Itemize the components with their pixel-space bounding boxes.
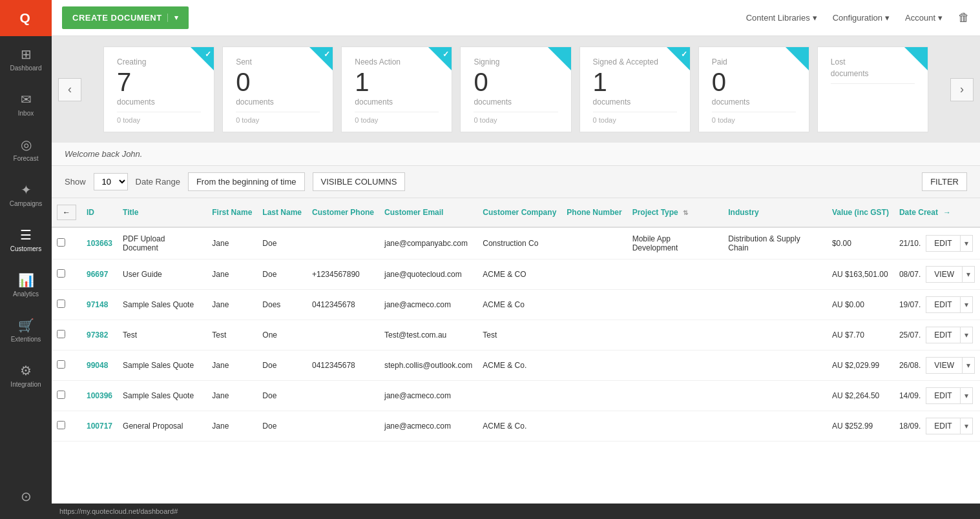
action-dropdown-0[interactable]: ▾ bbox=[961, 235, 973, 252]
cell-phone-5 bbox=[307, 381, 379, 411]
action-button-3[interactable]: EDIT bbox=[926, 327, 960, 343]
action-dropdown-2[interactable]: ▾ bbox=[961, 296, 973, 313]
sort-icon: ⇅ bbox=[683, 209, 688, 216]
cell-industry-5 bbox=[723, 381, 827, 411]
th-customer-email[interactable]: Customer Email bbox=[379, 198, 477, 227]
status-card-2[interactable]: ✓ Needs Action 1 documents 0 today bbox=[341, 46, 452, 132]
th-project-type[interactable]: Project Type ⇅ bbox=[627, 198, 724, 227]
card-today-4: 0 today bbox=[593, 112, 677, 124]
status-card-6[interactable]: Lost documents bbox=[817, 46, 928, 132]
back-button[interactable]: ← bbox=[57, 205, 76, 220]
row-checkbox-4[interactable] bbox=[52, 351, 81, 381]
cell-project-2 bbox=[627, 290, 724, 320]
row-checkbox-3[interactable] bbox=[52, 320, 81, 351]
cell-company-3: Test bbox=[477, 320, 561, 351]
card-label-3: Signing bbox=[474, 57, 558, 66]
cell-title-2: Sample Sales Quote bbox=[118, 290, 207, 320]
status-card-3[interactable]: Signing 0 documents 0 today bbox=[460, 46, 571, 132]
campaigns-icon: ✦ bbox=[21, 182, 32, 198]
action-dropdown-3[interactable]: ▾ bbox=[961, 327, 973, 343]
table-row: 99048 Sample Sales Quote Jane Doe 041234… bbox=[52, 351, 980, 381]
action-dropdown-5[interactable]: ▾ bbox=[961, 387, 973, 404]
action-button-4[interactable]: VIEW bbox=[926, 357, 963, 374]
nav-content-libraries[interactable]: Content Libraries ▾ bbox=[746, 13, 817, 23]
row-checkbox-1[interactable] bbox=[52, 260, 81, 290]
th-id[interactable]: ID bbox=[81, 198, 118, 227]
th-first-name[interactable]: First Name bbox=[207, 198, 257, 227]
sidebar-item-forecast[interactable]: ◎ Forecast bbox=[0, 127, 52, 172]
welcome-text: Welcome back John. bbox=[65, 149, 142, 159]
sidebar-item-customers[interactable]: ☰ Customers bbox=[0, 217, 52, 262]
sidebar-item-dashboard[interactable]: ⊞ Dashboard bbox=[0, 36, 52, 81]
show-label: Show bbox=[65, 177, 86, 187]
action-button-5[interactable]: EDIT bbox=[926, 387, 960, 404]
th-last-name[interactable]: Last Name bbox=[257, 198, 307, 227]
th-title[interactable]: Title bbox=[118, 198, 207, 227]
cell-value-1: AU $163,501.00 bbox=[827, 260, 894, 290]
create-document-button[interactable]: CREATE DOCUMENT ▾ bbox=[62, 6, 189, 29]
next-col-arrow[interactable]: → bbox=[943, 208, 951, 217]
table-row: 97148 Sample Sales Quote Jane Does 04123… bbox=[52, 290, 980, 320]
status-card-4[interactable]: ✓ Signed & Accepted 1 documents 0 today bbox=[579, 46, 691, 132]
th-customer-company[interactable]: Customer Company bbox=[477, 198, 561, 227]
chevron-icon-2: ▾ bbox=[885, 13, 890, 23]
visible-columns-button[interactable]: VISIBLE COLUMNS bbox=[313, 172, 406, 191]
analytics-icon: 📊 bbox=[18, 272, 34, 288]
cell-fname-0: Jane bbox=[207, 227, 257, 260]
cell-id-1: 96697 bbox=[81, 260, 118, 290]
date-range-button[interactable]: From the beginning of time bbox=[188, 172, 305, 191]
row-checkbox-2[interactable] bbox=[52, 290, 81, 320]
cards-section: ‹ ✓ Creating 7 documents 0 today ✓ Sent … bbox=[52, 36, 980, 143]
card-check-2: ✓ bbox=[443, 50, 449, 59]
row-checkbox-0[interactable] bbox=[52, 227, 81, 260]
cell-email-0: jane@companyabc.com bbox=[379, 227, 477, 260]
sidebar-item-help[interactable]: ⊙ bbox=[0, 474, 52, 519]
cell-date-6: 18/09. EDIT ▾ bbox=[894, 411, 980, 442]
action-button-0[interactable]: EDIT bbox=[926, 235, 960, 252]
extentions-icon: 🛒 bbox=[18, 318, 34, 333]
th-industry[interactable]: Industry bbox=[723, 198, 827, 227]
row-checkbox-5[interactable] bbox=[52, 381, 81, 411]
cards-next-arrow[interactable]: › bbox=[950, 78, 974, 101]
cards-prev-arrow[interactable]: ‹ bbox=[58, 78, 81, 101]
cell-project-3 bbox=[627, 320, 724, 351]
show-select[interactable]: 10 25 50 bbox=[94, 173, 128, 190]
logo[interactable]: Q bbox=[0, 0, 52, 36]
table-row: 100396 Sample Sales Quote Jane Doe jane@… bbox=[52, 381, 980, 411]
nav-account[interactable]: Account ▾ bbox=[905, 13, 943, 23]
action-button-2[interactable]: EDIT bbox=[926, 296, 960, 313]
status-card-0[interactable]: ✓ Creating 7 documents 0 today bbox=[103, 46, 214, 132]
status-card-5[interactable]: Paid 0 documents 0 today bbox=[698, 46, 809, 132]
cell-id-6: 100717 bbox=[81, 411, 118, 442]
card-check-4: ✓ bbox=[681, 50, 687, 59]
trash-icon[interactable]: 🗑 bbox=[958, 11, 970, 25]
action-dropdown-6[interactable]: ▾ bbox=[961, 418, 973, 434]
action-dropdown-4[interactable]: ▾ bbox=[963, 357, 975, 374]
row-checkbox-6[interactable] bbox=[52, 411, 81, 442]
sidebar-item-integration[interactable]: ⚙ Integration bbox=[0, 352, 52, 398]
th-phone-number[interactable]: Phone Number bbox=[561, 198, 627, 227]
th-date[interactable]: Date Creat→ bbox=[894, 198, 980, 227]
card-label-6: Lost bbox=[831, 57, 915, 66]
sidebar-item-inbox[interactable]: ✉ Inbox bbox=[0, 81, 52, 127]
sidebar-label-forecast: Forecast bbox=[14, 155, 39, 162]
cell-date-3: 25/07. EDIT ▾ bbox=[894, 320, 980, 351]
th-value[interactable]: Value (inc GST) bbox=[827, 198, 894, 227]
status-card-1[interactable]: ✓ Sent 0 documents 0 today bbox=[222, 46, 333, 132]
create-doc-arrow[interactable]: ▾ bbox=[167, 14, 179, 22]
action-dropdown-1[interactable]: ▾ bbox=[963, 266, 975, 283]
action-button-6[interactable]: EDIT bbox=[926, 418, 960, 434]
action-button-1[interactable]: VIEW bbox=[926, 266, 963, 283]
sidebar-item-extentions[interactable]: 🛒 Extentions bbox=[0, 307, 52, 352]
cell-value-0: $0.00 bbox=[827, 227, 894, 260]
cell-pnumber-0 bbox=[561, 227, 627, 260]
card-docs-6: documents bbox=[831, 69, 915, 78]
th-customer-phone[interactable]: Customer Phone bbox=[307, 198, 379, 227]
sidebar-item-campaigns[interactable]: ✦ Campaigns bbox=[0, 172, 52, 217]
filter-button[interactable]: FILTER bbox=[922, 172, 967, 191]
sidebar-label-extentions: Extentions bbox=[11, 336, 41, 343]
nav-configuration[interactable]: Configuration ▾ bbox=[833, 13, 890, 23]
customers-icon: ☰ bbox=[20, 227, 32, 243]
sidebar-item-analytics[interactable]: 📊 Analytics bbox=[0, 262, 52, 307]
cell-industry-4 bbox=[723, 351, 827, 381]
